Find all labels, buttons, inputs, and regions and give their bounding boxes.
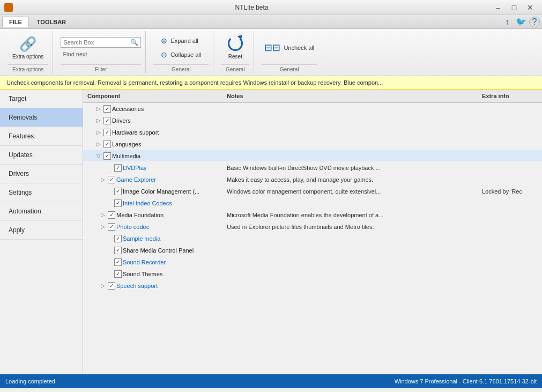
twitter-icon[interactable]: 🐦 bbox=[515, 16, 527, 28]
expander-hardware[interactable]: ▷ bbox=[95, 129, 102, 136]
table-row[interactable]: ✓ Image Color Management (... Windows co… bbox=[83, 186, 542, 197]
reset-button[interactable]: Reset bbox=[221, 32, 249, 62]
label-photocodec: Photo codec bbox=[116, 224, 149, 230]
table-row[interactable]: ✓ Sound Themes bbox=[83, 268, 542, 280]
checkbox-dvdplay[interactable]: ✓ bbox=[114, 164, 122, 172]
expander-accessories[interactable]: ▷ bbox=[95, 105, 102, 113]
checkbox-soundthemes[interactable]: ✓ bbox=[114, 270, 122, 278]
extra-icm: Locked by 'Rec bbox=[478, 188, 542, 195]
expander-multimedia[interactable]: ▽ bbox=[95, 152, 102, 160]
notes-game-explorer: Makes it easy to access, play, and manag… bbox=[222, 176, 478, 183]
expander-mediafoundation[interactable]: ▷ bbox=[99, 211, 107, 219]
expander-languages[interactable]: ▷ bbox=[95, 140, 102, 148]
reset-group: Reset General bbox=[217, 31, 254, 73]
find-next-button[interactable]: Find next bbox=[61, 50, 89, 58]
table-row[interactable]: ✓ Share Media Control Panel bbox=[83, 245, 542, 256]
checkbox-icm[interactable]: ✓ bbox=[114, 188, 122, 195]
table-row[interactable]: ▷ ✓ Media Foundation Microsoft Media Fou… bbox=[83, 209, 542, 221]
extra-dvdplay bbox=[478, 167, 542, 168]
menu-file[interactable]: FILE bbox=[2, 17, 29, 27]
uncheck-all-button[interactable]: ⊟⊟ Uncheck all bbox=[262, 40, 317, 55]
notes-speechsupport bbox=[222, 285, 478, 286]
extra-game-explorer bbox=[478, 179, 542, 180]
sidebar-item-automation[interactable]: Automation bbox=[0, 202, 83, 221]
label-icm: Image Color Management (... bbox=[123, 188, 199, 195]
notes-photocodec: Used in Explorer picture files thumbnail… bbox=[222, 223, 478, 231]
uncheck-group: ⊟⊟ Uncheck all General bbox=[257, 31, 321, 73]
label-soundthemes: Sound Themes bbox=[123, 271, 162, 277]
table-row[interactable]: ▷ ✓ Drivers bbox=[83, 115, 542, 127]
menu-toolbar[interactable]: TOOLBAR bbox=[30, 17, 73, 27]
table-row[interactable]: ▷ ✓ Accessories bbox=[83, 103, 542, 115]
sidebar-item-drivers[interactable]: Drivers bbox=[0, 165, 83, 183]
label-indeo: Intel Indeo Codecs bbox=[123, 200, 172, 206]
notes-indeo bbox=[222, 203, 478, 204]
up-arrow-icon[interactable]: ↑ bbox=[501, 16, 513, 28]
table-row[interactable]: ▷ ✓ Speech support bbox=[83, 280, 542, 292]
expander-photocodec[interactable]: ▷ bbox=[99, 223, 107, 231]
sidebar-item-apply[interactable]: Apply bbox=[0, 221, 83, 240]
table-row[interactable]: ▷ ✓ Hardware support bbox=[83, 127, 542, 138]
notes-languages bbox=[222, 144, 478, 145]
checkbox-drivers[interactable]: ✓ bbox=[103, 117, 111, 124]
checkbox-photocodec[interactable]: ✓ bbox=[108, 223, 115, 231]
main-content: Target Removals Features Updates Drivers… bbox=[0, 90, 542, 374]
row-sharemedia: ✓ Share Media Control Panel bbox=[83, 246, 222, 255]
expand-all-label: Expand all bbox=[170, 38, 198, 44]
label-samplemedia: Sample media bbox=[123, 235, 160, 242]
minimize-button[interactable]: – bbox=[491, 2, 506, 13]
row-photocodec: ▷ ✓ Photo codec bbox=[83, 223, 222, 231]
table-row[interactable]: ▷ ✓ Photo codec Used in Explorer picture… bbox=[83, 221, 542, 233]
label-accessories: Accessories bbox=[112, 106, 144, 112]
checkbox-languages[interactable]: ✓ bbox=[103, 140, 111, 148]
sidebar-item-features[interactable]: Features bbox=[0, 127, 83, 146]
search-icon[interactable]: 🔍 bbox=[130, 39, 138, 46]
checkbox-hardware[interactable]: ✓ bbox=[103, 129, 111, 136]
checkbox-accessories[interactable]: ✓ bbox=[103, 105, 111, 113]
collapse-all-button[interactable]: ⊖ Collapse all bbox=[158, 49, 204, 61]
table-row[interactable]: ▽ ✓ Multimedia bbox=[83, 150, 542, 162]
extra-drivers bbox=[478, 120, 542, 121]
checkbox-samplemedia[interactable]: ✓ bbox=[114, 235, 122, 242]
general-label-2: General bbox=[221, 64, 249, 73]
table-row[interactable]: ✓ DVDPlay Basic Windows built-in DirectS… bbox=[83, 162, 542, 174]
checkbox-soundrecorder[interactable]: ✓ bbox=[114, 258, 122, 266]
checkbox-game-explorer[interactable]: ✓ bbox=[108, 176, 115, 183]
help-icon[interactable]: ? bbox=[529, 17, 540, 27]
component-table[interactable]: ▷ ✓ Accessories ▷ ✓ Drivers bbox=[83, 103, 542, 374]
label-mediafoundation: Media Foundation bbox=[116, 212, 164, 218]
checkbox-indeo[interactable]: ✓ bbox=[114, 199, 122, 207]
expander-game-explorer[interactable]: ▷ bbox=[99, 176, 107, 183]
compatibility-button[interactable]: 🔗 Extra options bbox=[8, 33, 48, 62]
close-button[interactable]: ✕ bbox=[523, 2, 538, 13]
expander-speechsupport[interactable]: ▷ bbox=[99, 282, 107, 290]
table-row[interactable]: ✓ Intel Indeo Codecs bbox=[83, 197, 542, 209]
maximize-button[interactable]: □ bbox=[507, 2, 522, 13]
sidebar-item-updates[interactable]: Updates bbox=[0, 146, 83, 165]
table-row[interactable]: ✓ Sample media bbox=[83, 233, 542, 245]
notes-dvdplay: Basic Windows built-in DirectShow DVD mo… bbox=[222, 164, 478, 172]
row-languages: ▷ ✓ Languages bbox=[83, 140, 222, 149]
sidebar-item-target[interactable]: Target bbox=[0, 90, 83, 108]
extra-photocodec bbox=[478, 226, 542, 227]
sidebar-item-settings[interactable]: Settings bbox=[0, 183, 83, 202]
checkbox-mediafoundation[interactable]: ✓ bbox=[108, 211, 115, 219]
warning-text: Uncheck components for removal. Removal … bbox=[6, 79, 383, 86]
search-input[interactable] bbox=[63, 39, 130, 46]
table-row[interactable]: ▷ ✓ Game Explorer Makes it easy to acces… bbox=[83, 174, 542, 186]
checkbox-multimedia[interactable]: ✓ bbox=[103, 152, 111, 160]
table-row[interactable]: ✓ Sound Recorder bbox=[83, 256, 542, 268]
sidebar-item-removals[interactable]: Removals bbox=[0, 108, 83, 127]
extra-multimedia bbox=[478, 156, 542, 157]
expand-all-button[interactable]: ⊕ Expand all bbox=[158, 35, 201, 47]
collapse-all-label: Collapse all bbox=[170, 51, 201, 58]
row-drivers: ▷ ✓ Drivers bbox=[83, 116, 222, 125]
expander-drivers[interactable]: ▷ bbox=[95, 117, 102, 124]
row-mediafoundation: ▷ ✓ Media Foundation bbox=[83, 211, 222, 219]
checkbox-speechsupport[interactable]: ✓ bbox=[108, 282, 115, 290]
row-multimedia: ▽ ✓ Multimedia bbox=[83, 152, 222, 160]
checkbox-sharemedia[interactable]: ✓ bbox=[114, 247, 122, 254]
extra-mediafoundation bbox=[478, 215, 542, 216]
table-row[interactable]: ▷ ✓ Languages bbox=[83, 138, 542, 150]
label-multimedia: Multimedia bbox=[112, 153, 140, 159]
